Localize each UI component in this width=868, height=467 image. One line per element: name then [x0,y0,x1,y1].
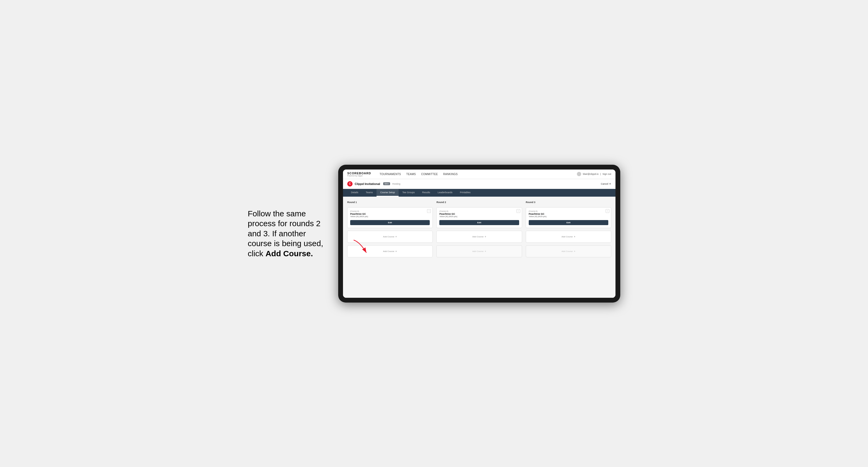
round-2-add-course-2: Add Course + [436,245,522,257]
hosting-badge: Hosting [392,183,400,185]
tablet-screen: SCOREBOARD Powered by clippd TOURNAMENTS… [343,169,616,298]
tab-course-setup[interactable]: Course Setup [376,189,399,197]
tablet-device: SCOREBOARD Powered by clippd TOURNAMENTS… [338,165,620,303]
add-course-r2-label-2: Add Course [472,250,484,252]
round-3-add-course-2: Add Course + [526,245,611,257]
round-3-add-course-1[interactable]: Add Course + [526,231,611,243]
round-3-course-tag: (Course A) [529,210,608,212]
round-2-course-details: Yellow (M) (6629 yds) [439,216,519,217]
round-2-label: Round 2 [436,201,522,204]
round-1-label: Round 1 [347,201,433,204]
tournament-name: Clippd Invitational [355,182,380,185]
page-wrapper: Follow the same process for rounds 2 and… [248,165,620,303]
round-3-course-name: Peachtree GC [529,213,608,215]
tournament-gender-badge: Men [383,182,390,185]
add-course-bold: Add Course. [266,249,313,258]
tab-results[interactable]: Results [418,189,434,197]
round-2-column: Round 2 ○ (Course A) Peachtree GC Yellow… [436,201,522,257]
logo-title: SCOREBOARD [347,172,371,175]
round-1-column: Round 1 ○ (Course A) Peachtree GC Yellow… [347,201,433,257]
cancel-x-icon: ✕ [609,183,611,185]
round-1-course-tag: (Course A) [350,210,430,212]
scoreboard-logo: SCOREBOARD Powered by clippd [347,172,371,177]
tab-nav: Details Teams Course Setup Tee Groups Re… [343,189,616,197]
instruction-text: Follow the same process for rounds 2 and… [248,209,328,259]
round-3-edit-button[interactable]: Edit [529,220,608,225]
round-2-course-name: Peachtree GC [439,213,519,215]
top-nav-links: TOURNAMENTS TEAMS COMMITTEE RANKINGS [379,173,570,176]
round-1-add-course-1[interactable]: Add Course + [347,231,433,243]
plus-icon-r3: + [574,235,576,238]
top-nav: SCOREBOARD Powered by clippd TOURNAMENTS… [343,169,616,179]
tab-printables[interactable]: Printables [456,189,474,197]
logo-sub: Powered by clippd [347,175,371,177]
cancel-button[interactable]: Cancel ✕ [601,183,611,185]
add-course-r2-label: Add Course [472,236,484,238]
tab-teams[interactable]: Teams [362,189,377,197]
user-avatar [577,172,581,176]
separator: | [600,173,601,175]
plus-icon-r2: + [485,235,486,238]
round-1-course-details: Yellow (M) (6629 yds) [350,216,430,217]
tournament-logo: C [347,181,352,187]
tournament-info: C Clippd Invitational Men Hosting [347,181,400,187]
plus-icon-2: + [395,250,397,253]
tab-details[interactable]: Details [347,189,362,197]
plus-icon-r3-2: + [574,250,576,253]
round-1-add-course-2[interactable]: Add Course + [347,245,433,257]
tab-leaderboards[interactable]: Leaderboards [434,189,456,197]
round-3-label: Round 3 [526,201,611,204]
add-course-label-2: Add Course [383,250,394,252]
add-course-r3-label-2: Add Course [561,250,572,252]
sign-out-link[interactable]: Sign out [602,173,611,175]
nav-rankings[interactable]: RANKINGS [443,173,458,176]
user-email: blair@clippd.io [583,173,598,175]
main-content: Round 1 ○ (Course A) Peachtree GC Yellow… [343,197,616,298]
tournament-bar: C Clippd Invitational Men Hosting Cancel… [343,179,616,189]
add-course-label: Add Course [383,236,394,238]
plus-icon-r2-2: + [485,250,486,253]
round-2-course-card: ○ (Course A) Peachtree GC Yellow (M) (66… [436,207,522,228]
round-3-delete-button[interactable]: ○ [606,209,609,213]
nav-teams[interactable]: TEAMS [406,173,416,176]
round-2-edit-button[interactable]: Edit [439,220,519,225]
nav-committee[interactable]: COMMITTEE [421,173,438,176]
round-3-course-card: ○ (Course A) Peachtree GC Yellow (M) (66… [526,207,611,228]
round-1-edit-button[interactable]: Edit [350,220,430,225]
round-1-course-name: Peachtree GC [350,213,430,215]
rounds-grid: Round 1 ○ (Course A) Peachtree GC Yellow… [347,201,611,257]
round-3-course-details: Yellow (M) (6629 yds) [529,216,608,217]
top-nav-right: blair@clippd.io | Sign out [577,172,611,176]
round-2-course-tag: (Course A) [439,210,519,212]
round-3-column: Round 3 ○ (Course A) Peachtree GC Yellow… [526,201,611,257]
nav-tournaments[interactable]: TOURNAMENTS [379,173,401,176]
round-1-course-card: ○ (Course A) Peachtree GC Yellow (M) (66… [347,207,433,228]
tab-tee-groups[interactable]: Tee Groups [399,189,418,197]
round-1-delete-button[interactable]: ○ [427,209,431,213]
round-2-delete-button[interactable]: ○ [517,209,520,213]
round-2-add-course-1[interactable]: Add Course + [436,231,522,243]
plus-icon: + [395,235,397,238]
add-course-r3-label: Add Course [561,236,572,238]
